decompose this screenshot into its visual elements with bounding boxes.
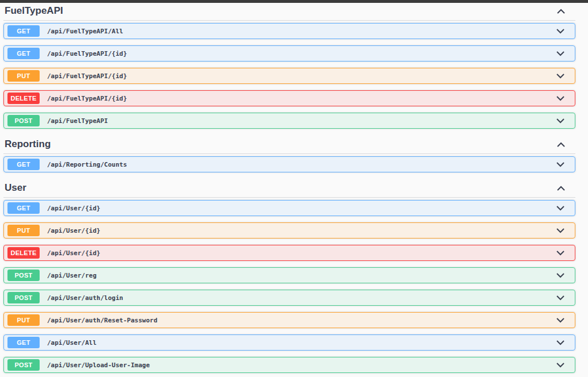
method-badge: POST (7, 292, 40, 303)
method-badge: PUT (7, 314, 40, 326)
tag-section-header[interactable]: User (3, 180, 575, 198)
operation-path: /api/FuelTypeAPI/{id} (47, 72, 127, 80)
chevron-down-icon[interactable] (556, 251, 564, 256)
tag-section-reporting: Reporting GET /api/Reporting/Counts (3, 136, 575, 172)
chevron-down-icon[interactable] (556, 51, 564, 56)
method-badge: GET (7, 25, 40, 37)
chevron-down-icon[interactable] (556, 273, 564, 278)
operations-list: GET /api/FuelTypeAPI/All GET /api/FuelTy… (3, 21, 575, 129)
chevron-down-icon[interactable] (556, 318, 564, 323)
operation-path: /api/User/{id} (47, 205, 100, 212)
chevron-down-icon[interactable] (556, 162, 564, 167)
operations-list: GET /api/User/{id} PUT /api/User/{id} DE… (3, 198, 575, 373)
api-sections-container: FuelTypeAPI GET /api/FuelTypeAPI/All GET… (3, 3, 575, 373)
tag-section-header[interactable]: Reporting (3, 136, 575, 154)
method-badge: GET (7, 337, 40, 348)
operation-row[interactable]: GET /api/User/All (3, 334, 575, 351)
operation-path: /api/User/auth/login (47, 294, 123, 302)
chevron-down-icon[interactable] (556, 118, 564, 124)
operation-path: /api/FuelTypeAPI/All (47, 28, 123, 35)
method-badge: DELETE (7, 93, 40, 104)
method-badge: DELETE (7, 247, 40, 259)
operation-row[interactable]: DELETE /api/User/{id} (3, 245, 575, 261)
method-badge: GET (7, 159, 40, 170)
method-badge: PUT (7, 225, 40, 236)
operation-row[interactable]: PUT /api/User/{id} (3, 222, 575, 238)
operation-path: /api/User/auth/Reset-Password (47, 317, 157, 324)
operation-path: /api/FuelTypeAPI/{id} (47, 95, 127, 102)
method-badge: GET (7, 202, 40, 214)
operation-path: /api/User/All (47, 339, 96, 347)
chevron-down-icon[interactable] (556, 363, 564, 368)
method-badge: POST (7, 115, 40, 126)
operations-list: GET /api/Reporting/Counts (3, 154, 575, 172)
operation-path: /api/FuelTypeAPI (47, 117, 108, 125)
tag-section-title: Reporting (5, 137, 51, 152)
operation-row[interactable]: POST /api/FuelTypeAPI (3, 113, 575, 129)
operation-path: /api/User/{id} (47, 227, 100, 234)
method-badge: GET (7, 48, 40, 59)
operation-row[interactable]: GET /api/FuelTypeAPI/All (3, 23, 575, 39)
chevron-down-icon[interactable] (556, 29, 564, 34)
tag-section-title: FuelTypeAPI (5, 3, 63, 18)
chevron-down-icon[interactable] (556, 96, 564, 101)
operation-row[interactable]: PUT /api/User/auth/Reset-Password (3, 312, 575, 328)
operation-row[interactable]: GET /api/Reporting/Counts (3, 156, 575, 172)
tag-section-title: User (5, 180, 26, 195)
chevron-down-icon[interactable] (556, 228, 564, 233)
operation-path: /api/Reporting/Counts (47, 161, 127, 168)
chevron-up-icon[interactable] (557, 9, 565, 14)
operation-row[interactable]: GET /api/FuelTypeAPI/{id} (3, 45, 575, 61)
tag-section-header[interactable]: FuelTypeAPI (3, 3, 575, 21)
operation-row[interactable]: POST /api/User/Upload-User-Image (3, 357, 575, 373)
operation-row[interactable]: PUT /api/FuelTypeAPI/{id} (3, 68, 575, 84)
operation-path: /api/User/reg (47, 272, 96, 279)
method-badge: PUT (7, 70, 40, 82)
operation-path: /api/FuelTypeAPI/{id} (47, 50, 127, 57)
operation-row[interactable]: POST /api/User/reg (3, 267, 575, 283)
chevron-down-icon[interactable] (556, 295, 564, 301)
tag-section-fueltypeapi: FuelTypeAPI GET /api/FuelTypeAPI/All GET… (3, 3, 575, 129)
tag-section-user: User GET /api/User/{id} PUT /api/User/{i… (3, 180, 575, 373)
operation-row[interactable]: DELETE /api/FuelTypeAPI/{id} (3, 90, 575, 106)
operation-path: /api/User/{id} (47, 249, 100, 257)
operation-row[interactable]: POST /api/User/auth/login (3, 290, 575, 306)
operation-row[interactable]: GET /api/User/{id} (3, 200, 575, 216)
chevron-down-icon[interactable] (556, 74, 564, 79)
chevron-down-icon[interactable] (556, 340, 564, 345)
method-badge: POST (7, 359, 40, 371)
method-badge: POST (7, 270, 40, 281)
chevron-down-icon[interactable] (556, 206, 564, 211)
chevron-up-icon[interactable] (557, 186, 565, 191)
chevron-up-icon[interactable] (557, 142, 565, 147)
operation-path: /api/User/Upload-User-Image (47, 361, 150, 369)
